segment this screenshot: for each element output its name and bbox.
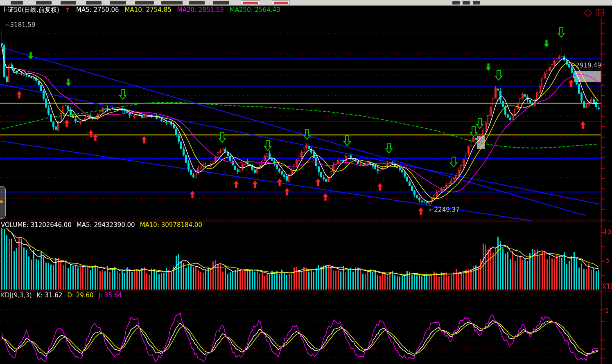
kdj-d-value: D: 29.60 [67, 292, 93, 299]
swing-high-label: ~3181.59 [5, 22, 36, 29]
menu-item[interactable] [463, 1, 470, 4]
menu-item[interactable] [36, 1, 52, 4]
volume-ma5-value: MA5: 29432390.00 [77, 222, 135, 229]
pointer-icon: ~ [5, 21, 10, 29]
menu-item[interactable] [61, 1, 76, 4]
last-price-label: ←2919.49 [571, 62, 601, 69]
volume-ma10-value: MA10: 30978184.00 [140, 222, 202, 229]
kdj-legend: KDJ(9,3,3) K: 31.62 D: 29.60 J: 35.64 [1, 292, 122, 299]
split-divider [598, 10, 599, 16]
menu-item[interactable] [452, 1, 460, 4]
menu-item[interactable] [161, 1, 183, 4]
menu-item[interactable] [135, 1, 154, 4]
volume-axis-mid: 5 [606, 257, 610, 264]
kdj-k-value: K: 31.62 [37, 292, 63, 299]
menu-item[interactable] [189, 1, 205, 4]
menu-item[interactable] [213, 1, 229, 4]
menu-item[interactable] [241, 0, 260, 5]
menu-bar[interactable] [0, 0, 612, 6]
volume-axis-top: 10 [603, 229, 611, 236]
pointer-icon: ← [429, 206, 434, 213]
menu-item[interactable] [272, 0, 290, 5]
volume-legend: VOLUME: 31202646.00 MA5: 29432390.00 MA1… [1, 222, 202, 229]
ma10-value: MA10: 2754.85 [125, 7, 172, 13]
volume-value: VOLUME: 31202646.00 [1, 222, 72, 229]
kdj-j-value: J: 35.64 [99, 292, 122, 299]
expand-arrow-icon: ▶ [0, 199, 4, 204]
menu-item[interactable] [110, 1, 126, 4]
volume-axis-unit: X10 [602, 284, 612, 291]
menu-item[interactable] [473, 1, 480, 4]
trading-app-screen: 上证50(日线.前复权) ↑ MA5: 2750.06 MA10: 2754.8… [0, 0, 612, 364]
chart-canvas[interactable] [0, 0, 612, 364]
pointer-icon: ← [571, 62, 576, 69]
main-legend: 上证50(日线.前复权) ↑ MA5: 2750.06 MA10: 2754.8… [2, 7, 280, 13]
ma250-value: MA250: 2564.43 [230, 7, 280, 13]
ma20-value: MA20: 2851.53 [177, 7, 224, 13]
buy-signal-icon: ↑ [65, 7, 70, 13]
ma5-value: MA5: 2750.06 [76, 7, 119, 13]
kdj-title: KDJ(9,3,3) [1, 292, 32, 299]
menu-item[interactable] [11, 1, 23, 4]
swing-low-label: ←2249.37 [429, 207, 460, 213]
panel-expand-handle[interactable]: ▶ [0, 186, 6, 219]
instrument-title: 上证50(日线.前复权) [2, 7, 59, 13]
kdj-axis-top: 1 [605, 308, 609, 315]
split-window-icon[interactable] [596, 9, 604, 16]
menu-item[interactable] [86, 1, 102, 4]
